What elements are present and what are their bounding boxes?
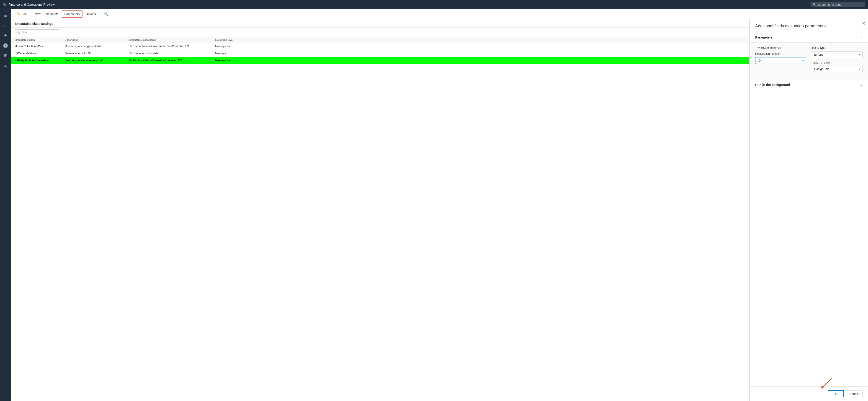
delete-icon: 🗑 [46, 12, 49, 16]
form-group-registration: TAX REGISTRATION Registration number ID … [755, 46, 806, 72]
party-iso-label: Party ISO code [812, 62, 863, 65]
cell-exec-level: Message [215, 52, 746, 55]
tax-id-type-label: Tax ID type [812, 46, 863, 50]
plus-icon: + [32, 12, 34, 16]
sidebar-icons: ☰ ⌂ ★ 🕐 ⊞ ≡ [0, 9, 11, 401]
close-button[interactable]: ✕ [862, 21, 865, 26]
cell-class-name: EMAdditionalFieldsEvaluationController_E… [128, 59, 215, 62]
chevron-down-icon-2: ▾ [859, 53, 860, 56]
edit-icon: ✏️ [17, 12, 21, 16]
cell-exec-level: Message Item [215, 59, 746, 62]
search-bar[interactable]: 🔍 [811, 2, 865, 7]
search-icon: 🔍 [813, 3, 816, 6]
tax-id-type-select[interactable]: IDType ▾ [812, 51, 863, 58]
registration-number-label: Registration number [755, 52, 806, 55]
toolbar-search-button[interactable]: 🔍 [102, 11, 110, 17]
main-layout: ☰ ⌂ ★ 🕐 ⊞ ≡ ✏️ Edit + New 🗑 Delete Param… [0, 9, 868, 401]
run-background-header[interactable]: Run in the background ∨ [755, 83, 863, 87]
cell-exec-class: MonitorCollectionInCash [14, 45, 65, 48]
cell-exec-level: Message Item [215, 45, 746, 48]
parameters-button[interactable]: Parameters [62, 10, 83, 18]
delete-button[interactable]: 🗑 Delete [44, 11, 61, 17]
cell-description: Monitoring of changes in Collec... [65, 45, 128, 48]
cell-description: Generate items for SII [65, 52, 128, 55]
dialog-body: Parameters ∧ TAX REGISTRATION Registrati… [750, 32, 868, 386]
col-class-name: Executable class name [128, 38, 215, 41]
sidebar-item-workspaces[interactable]: ⊞ [1, 51, 10, 60]
dialog-title: Additional fields evaluation parameters [750, 19, 868, 32]
sidebar-item-house[interactable]: ⌂ [1, 21, 10, 30]
col-description: Description [65, 38, 128, 41]
parameters-section-title: Parameters [755, 35, 773, 39]
party-iso-select[interactable]: CodigoPais ▾ [812, 66, 863, 72]
table-row[interactable]: SIIGenerateItems Generate items for SII … [11, 50, 749, 57]
registration-number-select[interactable]: ID ▾ [755, 57, 806, 64]
page-content: Executable class settings 🔍 Executable c… [11, 19, 868, 401]
grid-icon[interactable]: ⊞ [3, 2, 6, 7]
run-background-title: Run in the background [755, 83, 790, 87]
table-row-selected[interactable]: SIIPartyAttributesEvaluation Evaluation … [11, 57, 749, 64]
app-title: Finance and Operations Preview [8, 3, 808, 6]
filter-input-wrap[interactable]: 🔍 [14, 29, 60, 35]
tax-registration-label: TAX REGISTRATION [755, 46, 806, 49]
sidebar-item-favorites[interactable]: ★ [1, 31, 10, 40]
cell-exec-class: SIIPartyAttributesEvaluation [14, 59, 65, 62]
left-panel: Executable class settings 🔍 Executable c… [11, 19, 749, 401]
right-panel: Additional fields evaluation parameters … [749, 19, 868, 401]
cancel-button[interactable]: Cancel [846, 390, 863, 397]
svg-line-0 [823, 378, 832, 387]
sidebar-item-recent[interactable]: 🕐 [1, 41, 10, 50]
parameters-section-header[interactable]: Parameters ∧ [750, 32, 868, 42]
filter-icon: 🔍 [17, 31, 20, 34]
new-button[interactable]: + New [30, 11, 43, 17]
table-header-row: Executable class Description Executable … [11, 37, 749, 43]
cell-description: Evaluation of Counterpartys' attr... [65, 59, 128, 62]
top-navigation: ⊞ Finance and Operations Preview 🔍 [0, 0, 868, 9]
ok-button[interactable]: OK [828, 390, 844, 397]
dialog-footer: OK Cancel [750, 386, 868, 401]
search-input[interactable] [818, 3, 863, 6]
form-row-tax-registration: TAX REGISTRATION Registration number ID … [755, 46, 863, 72]
run-background-section: Run in the background ∨ [750, 80, 868, 90]
toolbar: ✏️ Edit + New 🗑 Delete Parameters Option… [11, 9, 868, 19]
parameters-section-content: TAX REGISTRATION Registration number ID … [750, 42, 868, 80]
chevron-up-icon: ∧ [860, 35, 863, 39]
cell-class-name: EMCreateItemsController [128, 52, 215, 55]
chevron-down-icon-3: ▾ [859, 67, 860, 71]
filter-input[interactable] [22, 31, 58, 34]
data-table: Executable class Description Executable … [11, 37, 749, 401]
arrow-indicator [818, 376, 836, 390]
svg-marker-1 [820, 386, 823, 389]
chevron-down-icon-4: ∨ [860, 83, 863, 87]
filter-row: 🔍 [11, 28, 749, 37]
content-area: ✏️ Edit + New 🗑 Delete Parameters Option… [11, 9, 868, 401]
cell-class-name: EMCheckChangesCollectionInCashController… [128, 45, 215, 48]
table-row[interactable]: MonitorCollectionInCash Monitoring of ch… [11, 43, 749, 50]
form-group-tax-id: Tax ID type IDType ▾ Party ISO code Codi… [812, 46, 863, 72]
edit-button[interactable]: ✏️ Edit [14, 11, 29, 17]
sidebar-item-home[interactable]: ☰ [1, 11, 10, 20]
sidebar-item-modules[interactable]: ≡ [1, 61, 10, 70]
panel-header: Executable class settings [11, 19, 749, 28]
col-exec-level: Execution level [215, 38, 746, 41]
chevron-down-icon: ▾ [802, 59, 804, 62]
col-exec-class: Executable class [14, 38, 65, 41]
cell-exec-class: SIIGenerateItems [14, 52, 65, 55]
options-button[interactable]: Options [83, 11, 98, 17]
